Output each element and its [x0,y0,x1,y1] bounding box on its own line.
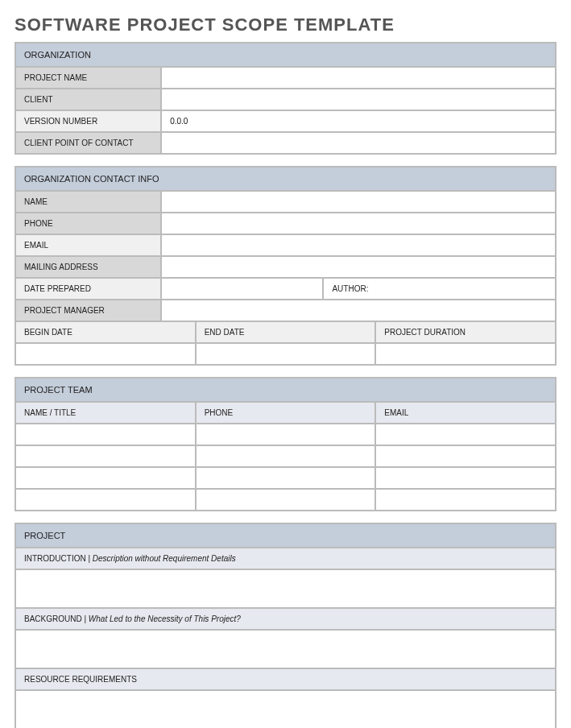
phone-value[interactable] [161,213,556,234]
table-row[interactable] [196,489,376,511]
project-duration-value[interactable] [375,343,556,365]
name-value[interactable] [161,191,556,213]
name-title-col: NAME / TITLE [15,402,196,424]
project-manager-value[interactable] [161,300,556,321]
begin-date-label: BEGIN DATE [15,321,196,343]
table-row[interactable] [375,424,556,445]
version-number-label: VERSION NUMBER [15,110,161,132]
table-row[interactable] [375,467,556,489]
introduction-label: INTRODUCTION | Description without Requi… [15,548,556,569]
date-prepared-label: DATE PREPARED [15,278,161,300]
project-team-header: PROJECT TEAM [15,378,556,402]
contact-info-section: ORGANIZATION CONTACT INFO NAME PHONE EMA… [14,166,557,366]
email-label: EMAIL [15,234,161,256]
email-value[interactable] [161,234,556,256]
table-row[interactable] [196,445,376,467]
organization-section: ORGANIZATION PROJECT NAME CLIENT VERSION… [14,42,557,155]
project-name-label: PROJECT NAME [15,67,161,89]
project-duration-label: PROJECT DURATION [375,321,556,343]
table-row[interactable] [375,445,556,467]
resource-requirements-value[interactable] [15,690,556,728]
client-point-of-contact-value[interactable] [161,132,556,154]
organization-header: ORGANIZATION [15,43,556,67]
mailing-address-label: MAILING ADDRESS [15,256,161,278]
background-value[interactable] [15,630,556,668]
table-row[interactable] [196,424,376,445]
page-title: SOFTWARE PROJECT SCOPE TEMPLATE [14,14,557,35]
mailing-address-value[interactable] [161,256,556,278]
background-label: BACKGROUND | What Led to the Necessity o… [15,608,556,630]
resource-requirements-label: RESOURCE REQUIREMENTS [15,668,556,690]
begin-date-value[interactable] [15,343,196,365]
date-prepared-value[interactable] [161,278,323,300]
project-name-value[interactable] [161,67,556,89]
client-value[interactable] [161,89,556,110]
table-row[interactable] [15,424,196,445]
end-date-value[interactable] [196,343,376,365]
client-label: CLIENT [15,89,161,110]
end-date-label: END DATE [196,321,376,343]
table-row[interactable] [375,489,556,511]
table-row[interactable] [15,467,196,489]
project-header: PROJECT [15,523,556,548]
table-row[interactable] [196,467,376,489]
email-col: EMAIL [375,402,556,424]
version-number-value[interactable]: 0.0.0 [161,110,556,132]
project-team-section: PROJECT TEAM NAME / TITLE PHONE EMAIL [14,377,557,511]
table-row[interactable] [15,445,196,467]
introduction-value[interactable] [15,569,556,608]
contact-info-header: ORGANIZATION CONTACT INFO [15,167,556,191]
client-point-of-contact-label: CLIENT POINT OF CONTACT [15,132,161,154]
project-section: PROJECT INTRODUCTION | Description witho… [14,523,557,728]
phone-col: PHONE [196,402,376,424]
author-label: AUTHOR: [323,278,556,300]
table-row[interactable] [15,489,196,511]
phone-label: PHONE [15,213,161,234]
name-label: NAME [15,191,161,213]
project-manager-label: PROJECT MANAGER [15,300,161,321]
